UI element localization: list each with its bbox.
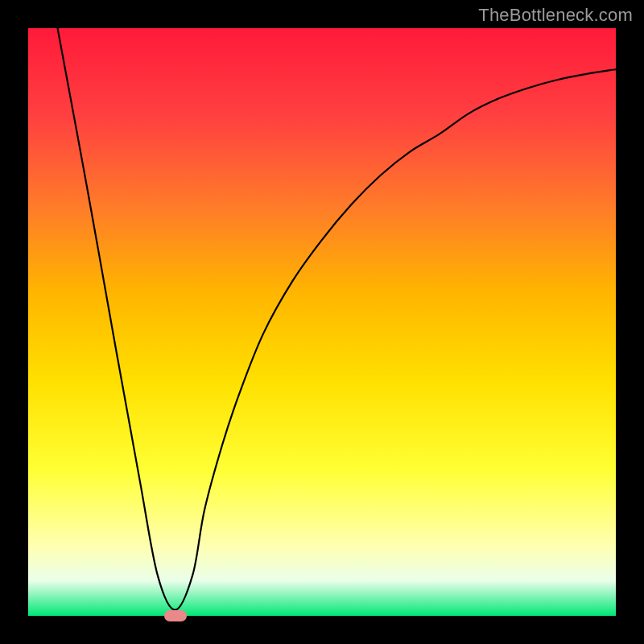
optimum-marker — [164, 610, 187, 621]
bottleneck-curve — [58, 28, 617, 610]
curve-svg — [28, 28, 616, 616]
chart-container: TheBottleneck.com — [0, 0, 644, 644]
plot-area — [28, 28, 616, 616]
watermark-text: TheBottleneck.com — [478, 5, 633, 26]
